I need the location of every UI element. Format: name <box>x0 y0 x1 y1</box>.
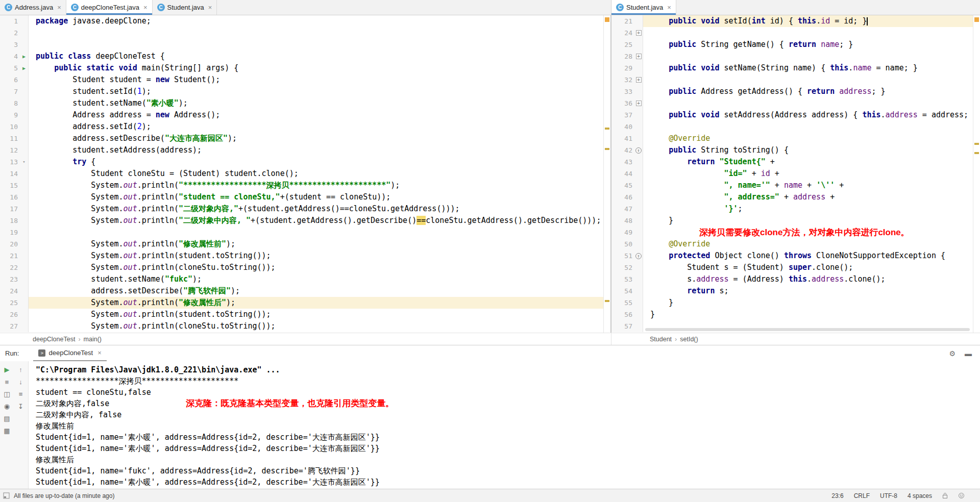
hide-panel-icon[interactable]: ▬ <box>965 349 972 358</box>
gutter[interactable]: 21 <box>611 15 643 27</box>
pin-tab-button[interactable]: ◉ <box>0 400 14 412</box>
gutter[interactable]: 8 <box>0 97 29 109</box>
gutter[interactable]: 1 <box>0 15 29 27</box>
soft-wraps-button[interactable]: ≡ <box>14 388 28 400</box>
gutter[interactable]: 11 <box>0 133 29 144</box>
breadcrumb-item[interactable]: main() <box>84 336 102 343</box>
run-tab[interactable]: > deepCloneTest × <box>33 345 106 361</box>
breadcrumb-item[interactable]: setId() <box>680 336 698 343</box>
gutter[interactable]: 16 <box>0 191 29 203</box>
gutter[interactable]: 13▾ <box>0 156 29 168</box>
rerun-button[interactable]: ▶ <box>0 363 14 375</box>
gutter[interactable]: 25 <box>611 39 643 51</box>
gutter[interactable]: 24+ <box>611 27 643 39</box>
gutter[interactable]: 21 <box>0 250 29 262</box>
horizontal-scrollbar[interactable] <box>645 328 970 331</box>
close-tab-icon[interactable]: × <box>57 4 61 11</box>
gutter[interactable]: 33 <box>611 86 643 97</box>
gutter[interactable]: 41 <box>611 133 643 144</box>
gutter[interactable]: 25 <box>0 297 29 309</box>
gutter[interactable]: 6 <box>0 74 29 86</box>
gutter[interactable]: 9 <box>0 109 29 121</box>
file-status-marker[interactable] <box>605 17 609 22</box>
warning-stripe-mark[interactable] <box>605 148 609 150</box>
close-tab-icon[interactable]: × <box>667 4 671 11</box>
gutter[interactable]: 28+ <box>611 51 643 62</box>
breadcrumb-item[interactable]: Student <box>650 336 672 343</box>
caret-position-indicator[interactable]: 23:6 <box>831 492 843 499</box>
inspections-hector-icon[interactable] <box>958 492 965 499</box>
left-editor-pane[interactable]: 1package javase.deepClone;234▶public cla… <box>0 15 610 333</box>
gutter[interactable]: 23 <box>0 273 29 285</box>
gutter[interactable]: 26 <box>0 309 29 320</box>
gutter[interactable]: 15 <box>0 180 29 191</box>
readonly-lock-icon[interactable] <box>942 492 948 499</box>
fold-expand-icon[interactable]: + <box>636 101 642 106</box>
gutter[interactable]: 24 <box>0 285 29 297</box>
gutter[interactable]: 49 <box>611 227 643 238</box>
fold-expand-icon[interactable]: + <box>636 54 642 59</box>
encoding-indicator[interactable]: UTF-8 <box>880 492 897 499</box>
gutter[interactable]: 18 <box>0 215 29 227</box>
file-status-marker[interactable] <box>974 17 979 22</box>
gutter[interactable]: 44 <box>611 168 643 180</box>
gutter[interactable]: 55 <box>611 297 643 309</box>
gutter[interactable]: 56 <box>611 309 643 320</box>
warning-stripe-mark[interactable] <box>974 152 979 154</box>
indent-indicator[interactable]: 4 spaces <box>908 492 932 499</box>
gutter[interactable]: 10 <box>0 121 29 133</box>
settings-icon[interactable]: ⚙ <box>949 349 955 358</box>
warning-stripe-mark[interactable] <box>974 143 979 145</box>
down-stack-trace-button[interactable]: ↓ <box>14 375 28 388</box>
line-separator-indicator[interactable]: CRLF <box>854 492 870 499</box>
gutter[interactable]: 19 <box>0 227 29 238</box>
gutter[interactable]: 45 <box>611 180 643 191</box>
clear-all-button[interactable]: ▦ <box>0 424 14 437</box>
restore-layout-button[interactable]: ◫ <box>0 388 14 400</box>
gutter[interactable]: 27 <box>0 320 29 332</box>
gutter[interactable]: 3 <box>0 39 29 51</box>
tab-Student.java[interactable]: CStudent.java× <box>153 0 217 15</box>
gutter[interactable]: 14 <box>0 168 29 180</box>
close-tab-icon[interactable]: × <box>143 4 148 11</box>
gutter[interactable]: 48 <box>611 215 643 227</box>
override-method-icon[interactable]: ↑ <box>635 253 642 259</box>
gutter[interactable]: 51↑ <box>611 250 643 262</box>
gutter[interactable]: 7 <box>0 86 29 97</box>
tab-deepCloneTest.java[interactable]: CdeepCloneTest.java× <box>66 0 153 15</box>
gutter[interactable]: 37 <box>611 109 643 121</box>
run-line-icon[interactable]: ▶ <box>22 62 26 74</box>
gutter[interactable]: 17 <box>0 203 29 215</box>
close-tab-icon[interactable]: × <box>208 4 212 11</box>
gutter[interactable]: 50 <box>611 238 643 250</box>
gutter[interactable]: 2 <box>0 27 29 39</box>
fold-collapse-icon[interactable]: ▾ <box>22 156 25 168</box>
gutter[interactable]: 36+ <box>611 97 643 109</box>
close-run-tab-icon[interactable]: × <box>97 349 102 357</box>
run-line-icon[interactable]: ▶ <box>22 51 26 62</box>
gutter[interactable]: 32+ <box>611 74 643 86</box>
tab-Student.java[interactable]: CStudent.java× <box>611 0 676 15</box>
right-editor-pane[interactable]: 21 public void setId(int id) { this.id =… <box>611 15 980 333</box>
warning-stripe-mark[interactable] <box>605 300 609 302</box>
scroll-to-end-button[interactable]: ↧ <box>14 400 28 412</box>
gutter[interactable]: 42↑ <box>611 144 643 156</box>
gutter[interactable]: 22 <box>0 262 29 273</box>
gutter[interactable]: 53 <box>611 273 643 285</box>
warning-stripe-mark[interactable] <box>605 128 609 130</box>
gutter[interactable]: 46 <box>611 191 643 203</box>
up-stack-trace-button[interactable]: ↑ <box>14 363 28 375</box>
gutter[interactable]: 54 <box>611 285 643 297</box>
print-button[interactable]: ▤ <box>0 412 14 424</box>
gutter[interactable]: 12 <box>0 144 29 156</box>
gutter[interactable]: 29 <box>611 62 643 74</box>
fold-expand-icon[interactable]: + <box>636 30 642 36</box>
tool-window-toggle-icon[interactable] <box>3 492 10 499</box>
breadcrumb-item[interactable]: deepCloneTest <box>33 336 75 343</box>
run-console[interactable]: "C:\Program Files\Java\jdk1.8.0_221\bin\… <box>29 361 980 489</box>
gutter[interactable]: 43 <box>611 156 643 168</box>
gutter[interactable]: 52 <box>611 262 643 273</box>
gutter[interactable]: 5▶ <box>0 62 29 74</box>
override-method-icon[interactable]: ↑ <box>635 147 642 154</box>
tab-Address.java[interactable]: CAddress.java× <box>0 0 66 15</box>
